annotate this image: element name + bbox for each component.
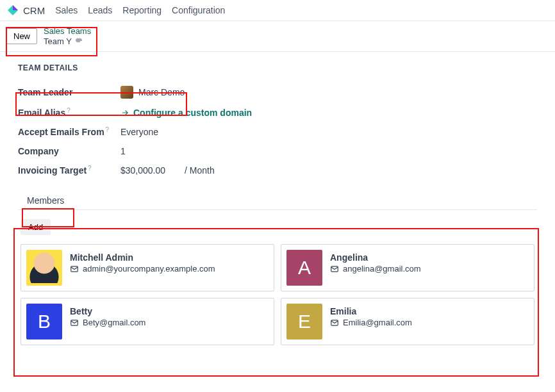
value-company[interactable]: 1 — [120, 146, 126, 156]
field-invoicing-target: Invoicing Target ? $30,000.00 / Month — [18, 161, 537, 180]
breadcrumb-row: New Sales Teams Team Y — [0, 21, 555, 52]
top-nav: CRM Sales Leads Reporting Configuration — [0, 0, 555, 21]
crm-app-icon — [6, 4, 19, 17]
help-icon[interactable]: ? — [88, 165, 92, 172]
label-invoicing: Invoicing Target — [18, 165, 87, 176]
avatar — [26, 250, 62, 286]
breadcrumb-parent[interactable]: Sales Teams — [44, 26, 91, 37]
nav-leads[interactable]: Leads — [88, 5, 112, 15]
avatar: B — [26, 304, 62, 339]
value-accept-from[interactable]: Everyone — [120, 127, 158, 137]
mail-icon — [330, 265, 339, 274]
member-card[interactable]: E Emilia Emilia@gmail.com — [281, 298, 534, 345]
field-team-leader: Team Leader Marc Demo — [18, 81, 537, 103]
member-card[interactable]: Mitchell Admin admin@yourcompany.example… — [21, 244, 274, 291]
avatar-icon — [120, 86, 133, 99]
field-company: Company 1 — [18, 142, 537, 161]
member-email: Emilia@gmail.com — [343, 318, 412, 327]
label-team-leader: Team Leader — [18, 87, 120, 97]
label-email-alias: Email Alias — [18, 108, 65, 118]
member-name: Angelina — [330, 252, 421, 263]
mail-icon — [70, 318, 79, 327]
field-accept-from: Accept Emails From ? Everyone — [18, 122, 537, 142]
members-panel: Add Mitchell Admin admin@yourcompany.exa… — [18, 209, 537, 353]
add-button[interactable]: Add — [21, 219, 51, 235]
app-logo: CRM — [6, 4, 45, 17]
svg-marker-1 — [13, 5, 18, 10]
breadcrumb-current: Team Y — [44, 37, 72, 47]
member-name: Betty — [70, 306, 145, 316]
configure-domain-label: Configure a custom domain — [133, 108, 252, 118]
mail-icon — [330, 318, 339, 327]
new-button[interactable]: New — [6, 28, 37, 44]
nav-reporting[interactable]: Reporting — [122, 5, 162, 15]
gear-icon[interactable] — [74, 37, 83, 45]
member-email: Bety@gmail.com — [83, 318, 145, 327]
configure-domain-link[interactable]: Configure a custom domain — [120, 108, 252, 118]
tabs: Members — [18, 192, 537, 209]
member-card[interactable]: B Betty Bety@gmail.com — [21, 298, 274, 345]
member-name: Mitchell Admin — [70, 252, 215, 263]
nav-configuration[interactable]: Configuration — [172, 5, 225, 15]
help-icon[interactable]: ? — [67, 107, 70, 114]
member-email: admin@yourcompany.example.com — [83, 264, 215, 274]
help-icon[interactable]: ? — [106, 126, 110, 133]
breadcrumb: Sales Teams Team Y — [44, 26, 91, 46]
value-team-leader[interactable]: Marc Demo — [138, 87, 185, 97]
value-invoicing-period: / Month — [185, 165, 215, 176]
label-company: Company — [18, 146, 120, 156]
arrow-right-icon — [120, 108, 129, 117]
member-grid: Mitchell Admin admin@yourcompany.example… — [21, 244, 534, 345]
avatar: E — [286, 304, 322, 339]
section-title: TEAM DETAILS — [18, 63, 537, 72]
form-content: TEAM DETAILS Team Leader Marc Demo Email… — [0, 52, 555, 368]
field-email-alias: Email Alias ? Configure a custom domain — [18, 103, 537, 122]
app-name[interactable]: CRM — [23, 5, 45, 16]
member-email: angelina@gmail.com — [343, 264, 421, 274]
tab-members[interactable]: Members — [18, 192, 73, 209]
member-name: Emilia — [330, 306, 412, 316]
mail-icon — [70, 265, 79, 274]
value-invoicing[interactable]: $30,000.00 — [120, 165, 165, 176]
label-accept-from: Accept Emails From — [18, 127, 104, 137]
member-card[interactable]: A Angelina angelina@gmail.com — [281, 244, 534, 291]
nav-sales[interactable]: Sales — [55, 5, 78, 15]
avatar: A — [286, 250, 322, 286]
